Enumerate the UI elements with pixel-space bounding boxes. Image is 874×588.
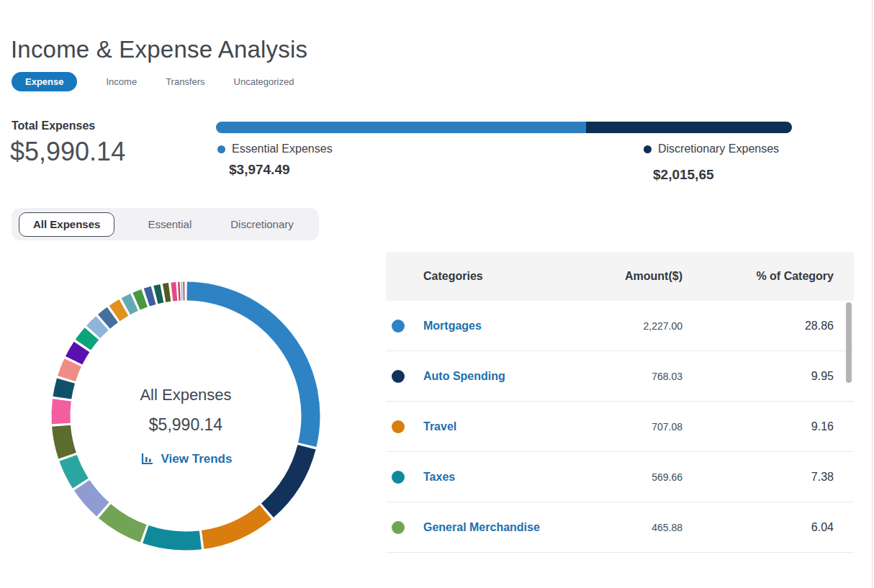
donut-segment[interactable]	[61, 426, 67, 456]
table-row: Auto Spending 768.03 9.95	[386, 351, 854, 402]
tab-uncategorized[interactable]: Uncategorized	[234, 72, 294, 91]
table-header: Categories Amount($) % of Category	[386, 252, 854, 301]
discretionary-bar-segment	[586, 122, 792, 133]
header-categories: Categories	[386, 270, 616, 283]
essential-dot-icon	[217, 145, 225, 153]
donut-segment[interactable]	[94, 323, 102, 332]
category-dot-icon	[392, 521, 405, 534]
table-row: General Merchandise 465.88 6.04	[386, 502, 854, 553]
amount-cell: 465.88	[616, 522, 682, 533]
percent-cell: 7.38	[682, 471, 834, 484]
donut-segment[interactable]	[156, 294, 161, 295]
essential-amount: $3,974.49	[229, 162, 290, 178]
category-dot-icon	[392, 471, 405, 484]
total-expenses-value: $5,990.14	[10, 137, 125, 167]
category-link[interactable]: Auto Spending	[423, 370, 505, 383]
filter-discretionary[interactable]: Discretionary	[225, 218, 299, 230]
table-scrollbar-thumb[interactable]	[846, 302, 852, 383]
category-link[interactable]: General Merchandise	[423, 521, 540, 534]
donut-segment[interactable]	[126, 302, 135, 307]
tab-transfers[interactable]: Transfers	[166, 72, 204, 91]
discretionary-amount: $2,015,65	[653, 167, 714, 183]
amount-cell: 2,227.00	[616, 320, 682, 332]
header-amount: Amount($)	[616, 270, 682, 283]
category-link[interactable]: Mortgages	[423, 320, 482, 333]
donut-segment[interactable]	[137, 298, 145, 301]
essential-discretionary-bar	[216, 122, 792, 133]
donut-segment[interactable]	[66, 363, 73, 379]
bar-chart-icon	[140, 451, 155, 466]
percent-cell: 28.86	[682, 320, 834, 333]
table-row: Mortgages 2,227.00 28.86	[386, 301, 854, 351]
table-body: Mortgages 2,227.00 28.86 Auto Spending 7…	[386, 301, 854, 553]
donut-center-title: All Expenses	[85, 386, 287, 404]
essential-bar-segment	[216, 122, 586, 133]
table-row: Travel 707.08 9.16	[386, 402, 854, 452]
donut-segment[interactable]	[83, 334, 91, 345]
discretionary-dot-icon	[644, 145, 652, 153]
amount-cell: 569.66	[616, 471, 682, 483]
donut-segment-general-merchandise[interactable]	[104, 511, 143, 533]
percent-cell: 6.04	[682, 521, 834, 534]
total-expenses-label: Total Expenses	[12, 119, 95, 132]
donut-segment-taxes[interactable]	[145, 534, 200, 540]
donut-segment[interactable]	[62, 381, 66, 397]
discretionary-legend: Discretionary Expenses	[644, 143, 779, 155]
page-right-edge	[872, 0, 873, 588]
donut-segment[interactable]	[147, 295, 153, 297]
expense-filter-tabs: All Expenses Essential Discretionary	[12, 208, 319, 240]
report-type-tabs: Expense Income Transfers Uncategorized	[12, 72, 294, 91]
donut-center-value: $5,990.14	[85, 415, 287, 435]
percent-cell: 9.95	[682, 370, 834, 383]
page-title: Income & Expense Analysis	[11, 36, 307, 63]
tab-expense[interactable]: Expense	[12, 72, 77, 91]
filter-essential[interactable]: Essential	[142, 218, 197, 230]
categories-table: Categories Amount($) % of Category Mortg…	[386, 252, 854, 553]
amount-cell: 707.08	[616, 421, 682, 433]
category-link[interactable]: Travel	[423, 420, 456, 433]
amount-cell: 768.03	[616, 371, 682, 382]
category-cell: Taxes	[386, 471, 616, 484]
category-dot-icon	[392, 420, 405, 433]
essential-legend: Essential Expenses	[217, 143, 333, 155]
donut-segment[interactable]	[82, 485, 103, 510]
header-percent: % of Category	[682, 270, 834, 283]
view-trends-link[interactable]: View Trends	[135, 451, 237, 467]
tab-income[interactable]: Income	[106, 72, 137, 91]
category-cell: General Merchandise	[386, 521, 616, 534]
discretionary-label: Discretionary Expenses	[658, 143, 779, 155]
category-cell: Travel	[386, 420, 616, 433]
donut-segment[interactable]	[68, 458, 81, 483]
donut-segment[interactable]	[114, 307, 124, 313]
category-cell: Mortgages	[386, 320, 616, 333]
donut-segment[interactable]	[74, 347, 82, 361]
donut-center: All Expenses $5,990.14 View Trends	[85, 386, 287, 469]
essential-label: Essential Expenses	[232, 143, 333, 155]
table-row: Taxes 569.66 7.38	[386, 452, 854, 502]
percent-cell: 9.16	[682, 420, 834, 433]
category-dot-icon	[392, 370, 405, 383]
category-dot-icon	[392, 320, 405, 333]
donut-segment-travel[interactable]	[203, 512, 266, 539]
category-link[interactable]: Taxes	[423, 471, 455, 484]
filter-all-expenses[interactable]: All Expenses	[19, 212, 114, 237]
donut-segment[interactable]	[172, 291, 176, 292]
donut-segment[interactable]	[104, 315, 112, 321]
donut-segment[interactable]	[164, 292, 169, 293]
category-cell: Auto Spending	[386, 370, 616, 383]
view-trends-label: View Trends	[161, 452, 233, 466]
donut-segment[interactable]	[60, 400, 61, 424]
